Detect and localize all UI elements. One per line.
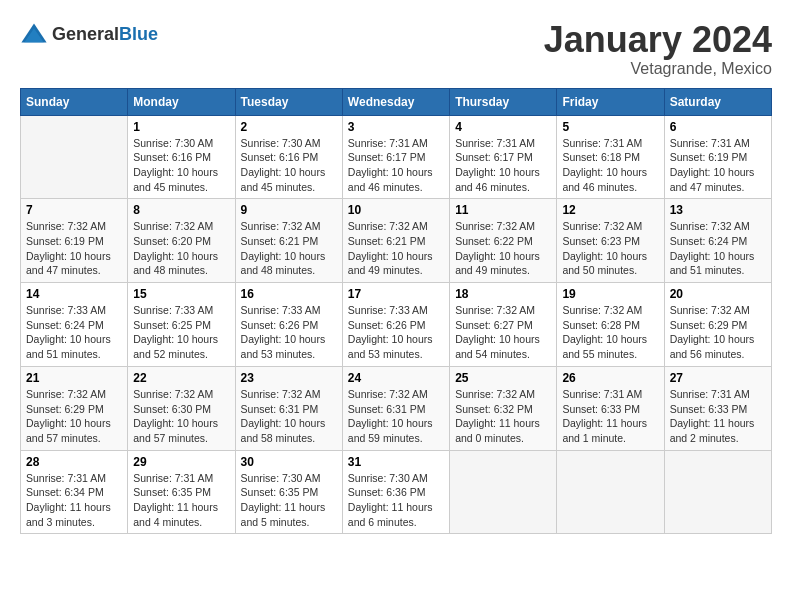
calendar-cell-w3-d5: 19Sunrise: 7:32 AM Sunset: 6:28 PM Dayli… — [557, 283, 664, 367]
calendar-subtitle: Vetagrande, Mexico — [544, 60, 772, 78]
calendar-cell-w4-d0: 21Sunrise: 7:32 AM Sunset: 6:29 PM Dayli… — [21, 366, 128, 450]
calendar-cell-w4-d5: 26Sunrise: 7:31 AM Sunset: 6:33 PM Dayli… — [557, 366, 664, 450]
calendar-week-2: 7Sunrise: 7:32 AM Sunset: 6:19 PM Daylig… — [21, 199, 772, 283]
day-info: Sunrise: 7:30 AM Sunset: 6:35 PM Dayligh… — [241, 471, 337, 530]
day-number: 25 — [455, 371, 551, 385]
header-wednesday: Wednesday — [342, 88, 449, 115]
calendar-cell-w3-d4: 18Sunrise: 7:32 AM Sunset: 6:27 PM Dayli… — [450, 283, 557, 367]
day-number: 15 — [133, 287, 229, 301]
day-info: Sunrise: 7:31 AM Sunset: 6:34 PM Dayligh… — [26, 471, 122, 530]
calendar-cell-w4-d6: 27Sunrise: 7:31 AM Sunset: 6:33 PM Dayli… — [664, 366, 771, 450]
day-number: 24 — [348, 371, 444, 385]
day-info: Sunrise: 7:32 AM Sunset: 6:29 PM Dayligh… — [670, 303, 766, 362]
day-number: 9 — [241, 203, 337, 217]
day-info: Sunrise: 7:32 AM Sunset: 6:28 PM Dayligh… — [562, 303, 658, 362]
calendar-cell-w1-d5: 5Sunrise: 7:31 AM Sunset: 6:18 PM Daylig… — [557, 115, 664, 199]
day-info: Sunrise: 7:32 AM Sunset: 6:29 PM Dayligh… — [26, 387, 122, 446]
day-info: Sunrise: 7:32 AM Sunset: 6:21 PM Dayligh… — [348, 219, 444, 278]
day-number: 14 — [26, 287, 122, 301]
calendar-cell-w4-d1: 22Sunrise: 7:32 AM Sunset: 6:30 PM Dayli… — [128, 366, 235, 450]
calendar-cell-w5-d1: 29Sunrise: 7:31 AM Sunset: 6:35 PM Dayli… — [128, 450, 235, 534]
calendar-header-row: Sunday Monday Tuesday Wednesday Thursday… — [21, 88, 772, 115]
calendar-week-1: 1Sunrise: 7:30 AM Sunset: 6:16 PM Daylig… — [21, 115, 772, 199]
day-info: Sunrise: 7:30 AM Sunset: 6:16 PM Dayligh… — [133, 136, 229, 195]
day-info: Sunrise: 7:32 AM Sunset: 6:19 PM Dayligh… — [26, 219, 122, 278]
day-number: 31 — [348, 455, 444, 469]
calendar-cell-w3-d2: 16Sunrise: 7:33 AM Sunset: 6:26 PM Dayli… — [235, 283, 342, 367]
day-number: 26 — [562, 371, 658, 385]
day-number: 30 — [241, 455, 337, 469]
calendar-cell-w3-d0: 14Sunrise: 7:33 AM Sunset: 6:24 PM Dayli… — [21, 283, 128, 367]
day-info: Sunrise: 7:33 AM Sunset: 6:25 PM Dayligh… — [133, 303, 229, 362]
calendar-cell-w2-d6: 13Sunrise: 7:32 AM Sunset: 6:24 PM Dayli… — [664, 199, 771, 283]
day-info: Sunrise: 7:31 AM Sunset: 6:19 PM Dayligh… — [670, 136, 766, 195]
calendar-title: January 2024 — [544, 20, 772, 60]
header-saturday: Saturday — [664, 88, 771, 115]
logo-icon — [20, 20, 48, 48]
day-info: Sunrise: 7:32 AM Sunset: 6:21 PM Dayligh… — [241, 219, 337, 278]
calendar-cell-w5-d6 — [664, 450, 771, 534]
day-info: Sunrise: 7:32 AM Sunset: 6:31 PM Dayligh… — [241, 387, 337, 446]
calendar-cell-w1-d0 — [21, 115, 128, 199]
calendar-week-4: 21Sunrise: 7:32 AM Sunset: 6:29 PM Dayli… — [21, 366, 772, 450]
day-number: 29 — [133, 455, 229, 469]
calendar-cell-w1-d2: 2Sunrise: 7:30 AM Sunset: 6:16 PM Daylig… — [235, 115, 342, 199]
calendar-cell-w3-d3: 17Sunrise: 7:33 AM Sunset: 6:26 PM Dayli… — [342, 283, 449, 367]
calendar-cell-w5-d5 — [557, 450, 664, 534]
day-number: 13 — [670, 203, 766, 217]
day-info: Sunrise: 7:31 AM Sunset: 6:17 PM Dayligh… — [348, 136, 444, 195]
day-number: 28 — [26, 455, 122, 469]
day-info: Sunrise: 7:33 AM Sunset: 6:26 PM Dayligh… — [348, 303, 444, 362]
day-info: Sunrise: 7:32 AM Sunset: 6:22 PM Dayligh… — [455, 219, 551, 278]
day-number: 23 — [241, 371, 337, 385]
day-info: Sunrise: 7:32 AM Sunset: 6:24 PM Dayligh… — [670, 219, 766, 278]
day-number: 4 — [455, 120, 551, 134]
day-info: Sunrise: 7:32 AM Sunset: 6:23 PM Dayligh… — [562, 219, 658, 278]
day-number: 10 — [348, 203, 444, 217]
calendar-cell-w5-d4 — [450, 450, 557, 534]
day-info: Sunrise: 7:32 AM Sunset: 6:31 PM Dayligh… — [348, 387, 444, 446]
day-number: 5 — [562, 120, 658, 134]
day-number: 20 — [670, 287, 766, 301]
day-number: 16 — [241, 287, 337, 301]
day-info: Sunrise: 7:31 AM Sunset: 6:17 PM Dayligh… — [455, 136, 551, 195]
logo: GeneralBlue — [20, 20, 158, 48]
calendar-cell-w4-d2: 23Sunrise: 7:32 AM Sunset: 6:31 PM Dayli… — [235, 366, 342, 450]
day-number: 2 — [241, 120, 337, 134]
calendar-table: Sunday Monday Tuesday Wednesday Thursday… — [20, 88, 772, 535]
calendar-cell-w2-d0: 7Sunrise: 7:32 AM Sunset: 6:19 PM Daylig… — [21, 199, 128, 283]
day-number: 12 — [562, 203, 658, 217]
day-number: 21 — [26, 371, 122, 385]
day-number: 17 — [348, 287, 444, 301]
header-friday: Friday — [557, 88, 664, 115]
title-block: January 2024 Vetagrande, Mexico — [544, 20, 772, 78]
day-number: 22 — [133, 371, 229, 385]
calendar-cell-w5-d3: 31Sunrise: 7:30 AM Sunset: 6:36 PM Dayli… — [342, 450, 449, 534]
day-info: Sunrise: 7:31 AM Sunset: 6:35 PM Dayligh… — [133, 471, 229, 530]
calendar-cell-w5-d0: 28Sunrise: 7:31 AM Sunset: 6:34 PM Dayli… — [21, 450, 128, 534]
day-number: 27 — [670, 371, 766, 385]
logo-general-text: General — [52, 24, 119, 44]
day-info: Sunrise: 7:33 AM Sunset: 6:24 PM Dayligh… — [26, 303, 122, 362]
day-info: Sunrise: 7:32 AM Sunset: 6:27 PM Dayligh… — [455, 303, 551, 362]
header-sunday: Sunday — [21, 88, 128, 115]
calendar-cell-w1-d1: 1Sunrise: 7:30 AM Sunset: 6:16 PM Daylig… — [128, 115, 235, 199]
calendar-cell-w5-d2: 30Sunrise: 7:30 AM Sunset: 6:35 PM Dayli… — [235, 450, 342, 534]
calendar-cell-w4-d4: 25Sunrise: 7:32 AM Sunset: 6:32 PM Dayli… — [450, 366, 557, 450]
header-tuesday: Tuesday — [235, 88, 342, 115]
day-number: 3 — [348, 120, 444, 134]
calendar-cell-w1-d6: 6Sunrise: 7:31 AM Sunset: 6:19 PM Daylig… — [664, 115, 771, 199]
calendar-cell-w2-d1: 8Sunrise: 7:32 AM Sunset: 6:20 PM Daylig… — [128, 199, 235, 283]
calendar-cell-w2-d2: 9Sunrise: 7:32 AM Sunset: 6:21 PM Daylig… — [235, 199, 342, 283]
day-number: 19 — [562, 287, 658, 301]
day-info: Sunrise: 7:30 AM Sunset: 6:16 PM Dayligh… — [241, 136, 337, 195]
header-thursday: Thursday — [450, 88, 557, 115]
calendar-cell-w1-d3: 3Sunrise: 7:31 AM Sunset: 6:17 PM Daylig… — [342, 115, 449, 199]
calendar-cell-w2-d3: 10Sunrise: 7:32 AM Sunset: 6:21 PM Dayli… — [342, 199, 449, 283]
day-info: Sunrise: 7:32 AM Sunset: 6:20 PM Dayligh… — [133, 219, 229, 278]
day-number: 6 — [670, 120, 766, 134]
calendar-cell-w3-d6: 20Sunrise: 7:32 AM Sunset: 6:29 PM Dayli… — [664, 283, 771, 367]
calendar-cell-w2-d5: 12Sunrise: 7:32 AM Sunset: 6:23 PM Dayli… — [557, 199, 664, 283]
day-number: 1 — [133, 120, 229, 134]
day-number: 11 — [455, 203, 551, 217]
